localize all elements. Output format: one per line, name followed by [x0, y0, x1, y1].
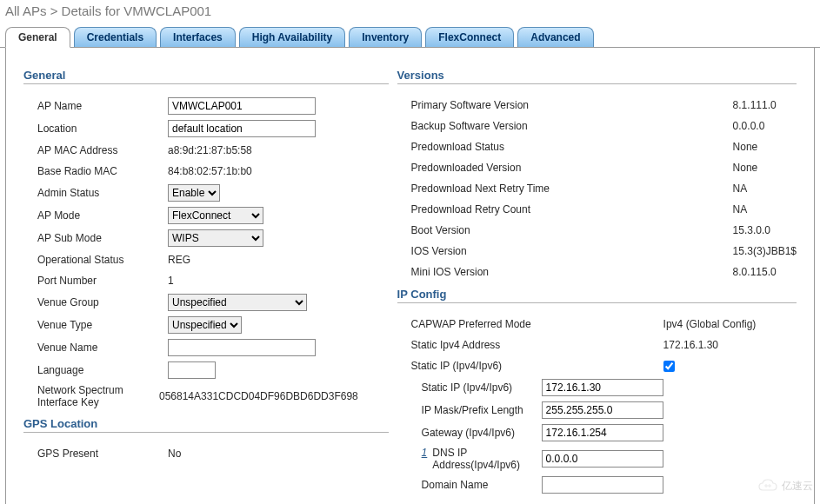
value-backup-sw: 0.0.0.0 — [733, 120, 765, 132]
input-gateway[interactable] — [542, 424, 663, 441]
select-admin-status[interactable]: Enable — [168, 184, 220, 202]
row-base-radio-mac: Base Radio MAC 84:b8:02:57:1b:b0 — [23, 161, 389, 182]
input-dns[interactable] — [542, 450, 663, 468]
select-venue-group[interactable]: Unspecified — [168, 294, 307, 311]
row-static-ip-chk: Static IP (Ipv4/Ipv6) — [397, 355, 797, 376]
value-capwap: Ipv4 (Global Config) — [663, 318, 757, 330]
tab-high-availability[interactable]: High Availability — [239, 27, 345, 47]
label-venue-type: Venue Type — [37, 319, 168, 331]
label-capwap: CAPWAP Preferred Mode — [411, 318, 577, 330]
tab-general[interactable]: General — [5, 27, 70, 48]
section-gps-title: GPS Location — [23, 417, 389, 433]
label-ios-ver: IOS Version — [411, 245, 577, 257]
row-language: Language — [23, 359, 389, 381]
value-predl-status: None — [733, 141, 758, 153]
row-ip-mask: IP Mask/Prefix Length — [397, 399, 797, 421]
row-static-ip: Static IP (Ipv4/Ipv6) — [397, 376, 797, 399]
row-venue-name: Venue Name — [23, 336, 389, 359]
tab-flexconnect[interactable]: FlexConnect — [425, 27, 514, 47]
tab-bar: General Credentials Interfaces High Avai… — [0, 27, 820, 48]
input-ip-mask[interactable] — [542, 401, 663, 419]
value-static-ipv4: 172.16.1.30 — [663, 339, 718, 351]
right-column: Versions Primary Software Version 8.1.11… — [397, 63, 797, 496]
value-nsik: 056814A331CDCD04DF96DBD6DD3F698 — [159, 390, 358, 402]
label-predl-retry-count: Predownload Retry Count — [411, 203, 577, 216]
row-predl-retry-time: Predownload Next Retry Time NA — [397, 178, 797, 199]
row-port-number: Port Number 1 — [23, 270, 389, 291]
tab-advanced[interactable]: Advanced — [517, 27, 593, 47]
select-ap-sub-mode[interactable]: WIPS — [168, 229, 263, 247]
row-nsik: Network Spectrum Interface Key 056814A33… — [23, 381, 389, 412]
row-ios-ver: IOS Version 15.3(3)JBB1$ — [397, 241, 797, 262]
row-predl-ver: Predownloaded Version None — [397, 157, 797, 178]
tab-inventory[interactable]: Inventory — [349, 27, 422, 47]
label-static-ipv4: Static Ipv4 Address — [411, 339, 577, 351]
select-venue-type[interactable]: Unspecified — [168, 316, 242, 334]
breadcrumb: All APs > Details for VMWCLAP001 — [0, 0, 820, 27]
label-gateway: Gateway (Ipv4/Ipv6) — [411, 427, 542, 439]
value-operational-status: REG — [168, 254, 190, 266]
row-location: Location — [23, 117, 389, 140]
label-operational-status: Operational Status — [37, 254, 168, 266]
label-predl-retry-time: Predownload Next Retry Time — [411, 182, 577, 195]
input-domain[interactable] — [542, 476, 663, 494]
row-venue-group: Venue Group Unspecified — [23, 291, 389, 314]
value-base-radio-mac: 84:b8:02:57:1b:b0 — [168, 165, 252, 177]
value-ap-mac: a8:9d:21:87:b5:58 — [168, 144, 252, 156]
row-mini-ios: Mini IOS Version 8.0.115.0 — [397, 262, 797, 282]
label-base-radio-mac: Base Radio MAC — [37, 165, 168, 177]
label-gps-present: GPS Present — [37, 448, 168, 460]
checkbox-static-ip[interactable] — [663, 361, 675, 372]
row-capwap: CAPWAP Preferred Mode Ipv4 (Global Confi… — [397, 314, 797, 335]
row-gps-present: GPS Present No — [23, 443, 389, 464]
label-ip-mask: IP Mask/Prefix Length — [411, 404, 542, 416]
value-mini-ios: 8.0.115.0 — [733, 266, 777, 278]
input-language[interactable] — [168, 361, 216, 379]
label-static-ip-chk: Static IP (Ipv4/Ipv6) — [411, 360, 577, 372]
label-static-ip: Static IP (Ipv4/Ipv6) — [411, 381, 542, 394]
label-predl-status: Predownload Status — [411, 141, 577, 153]
label-predl-ver: Predownloaded Version — [411, 162, 577, 174]
value-predl-retry-time: NA — [733, 182, 748, 195]
row-static-ipv4: Static Ipv4 Address 172.16.1.30 — [397, 335, 797, 355]
label-nsik: Network Spectrum Interface Key — [37, 384, 159, 409]
tab-interfaces[interactable]: Interfaces — [160, 27, 236, 47]
row-domain: Domain Name — [397, 474, 797, 496]
row-predl-status: Predownload Status None — [397, 136, 797, 157]
value-ios-ver: 15.3(3)JBB1$ — [733, 245, 797, 257]
row-predl-retry-count: Predownload Retry Count NA — [397, 199, 797, 220]
label-backup-sw: Backup Software Version — [411, 120, 577, 132]
left-column: General AP Name Location AP MAC Address … — [23, 63, 389, 496]
value-predl-ver: None — [733, 162, 758, 174]
row-venue-type: Venue Type Unspecified — [23, 314, 389, 336]
row-operational-status: Operational Status REG — [23, 249, 389, 270]
label-dns: 1 DNS IP Address(Ipv4/Ipv6) — [411, 447, 542, 471]
label-port-number: Port Number — [37, 275, 168, 287]
tab-content: General AP Name Location AP MAC Address … — [5, 48, 815, 504]
row-ap-sub-mode: AP Sub Mode WIPS — [23, 227, 389, 249]
row-gateway: Gateway (Ipv4/Ipv6) — [397, 421, 797, 444]
label-venue-group: Venue Group — [37, 296, 168, 308]
tab-credentials[interactable]: Credentials — [74, 27, 157, 47]
row-ap-name: AP Name — [23, 95, 389, 117]
input-location[interactable] — [168, 120, 316, 137]
row-primary-sw: Primary Software Version 8.1.111.0 — [397, 95, 797, 116]
input-static-ip[interactable] — [542, 379, 663, 396]
label-mini-ios: Mini IOS Version — [411, 266, 577, 278]
label-location: Location — [37, 123, 168, 135]
select-ap-mode[interactable]: FlexConnect — [168, 207, 263, 224]
label-admin-status: Admin Status — [37, 187, 168, 199]
label-ap-sub-mode: AP Sub Mode — [37, 232, 168, 244]
label-ap-mac: AP MAC Address — [37, 144, 168, 156]
input-venue-name[interactable] — [168, 339, 316, 356]
section-ip-config-title: IP Config — [397, 288, 797, 303]
label-domain: Domain Name — [411, 479, 542, 491]
input-ap-name[interactable] — [168, 97, 316, 115]
label-ap-name: AP Name — [37, 100, 168, 112]
value-gps-present: No — [168, 448, 181, 460]
row-ap-mac: AP MAC Address a8:9d:21:87:b5:58 — [23, 140, 389, 161]
label-primary-sw: Primary Software Version — [411, 99, 577, 111]
label-ap-mode: AP Mode — [37, 209, 168, 222]
label-boot-ver: Boot Version — [411, 224, 577, 236]
section-general-title: General — [23, 69, 389, 84]
